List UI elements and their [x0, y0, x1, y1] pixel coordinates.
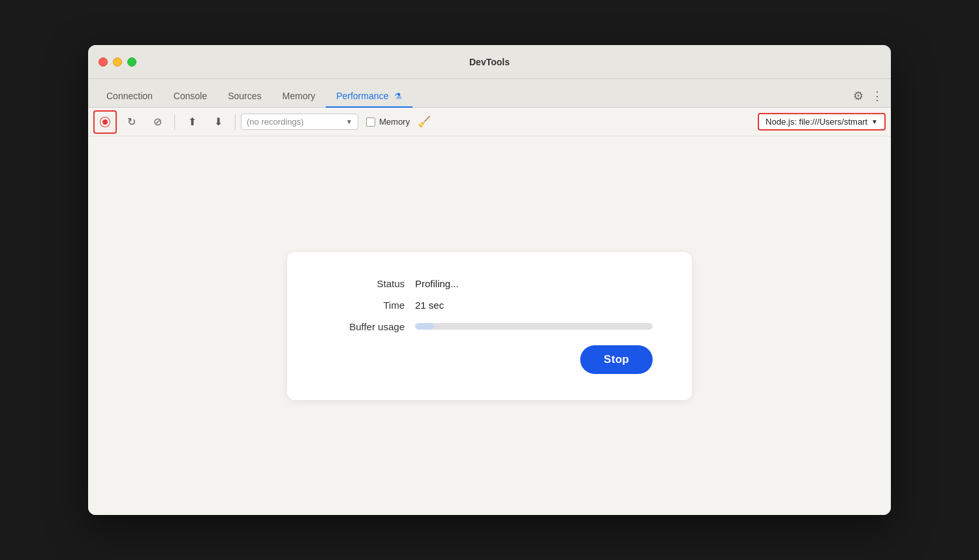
- upload-icon: ⬆: [188, 116, 196, 128]
- close-button[interactable]: [99, 57, 108, 67]
- upload-button[interactable]: ⬆: [180, 110, 204, 134]
- stop-btn-row: Stop: [326, 345, 653, 374]
- traffic-lights: [99, 57, 136, 67]
- minimize-button[interactable]: [113, 57, 122, 67]
- clear-button[interactable]: ⊘: [146, 110, 169, 134]
- main-content: Status Profiling... Time 21 sec Buffer u…: [88, 136, 891, 515]
- node-dropdown-arrow: ▼: [871, 118, 878, 125]
- tabbar: Connection Console Sources Memory Perfor…: [88, 79, 891, 108]
- record-button[interactable]: [93, 110, 117, 134]
- tab-connection[interactable]: Connection: [96, 86, 163, 108]
- record-icon: [101, 117, 110, 127]
- window-title: DevTools: [469, 57, 510, 67]
- recordings-dropdown-arrow: ▼: [346, 118, 352, 125]
- settings-icon[interactable]: ⚙: [853, 89, 863, 103]
- tabbar-actions: ⚙ ⋮: [853, 89, 883, 107]
- stop-button[interactable]: Stop: [580, 345, 653, 374]
- titlebar: DevTools: [88, 45, 891, 79]
- buffer-bar-fill: [415, 323, 434, 330]
- collect-garbage-button[interactable]: 🧹: [412, 110, 436, 134]
- buffer-bar-container: [415, 323, 653, 330]
- download-button[interactable]: ⬇: [206, 110, 230, 134]
- download-icon: ⬇: [214, 116, 223, 128]
- time-label: Time: [326, 300, 405, 311]
- time-value: 21 sec: [415, 300, 444, 311]
- clear-icon: ⊘: [153, 116, 162, 128]
- tab-memory[interactable]: Memory: [272, 86, 326, 108]
- status-card: Status Profiling... Time 21 sec Buffer u…: [287, 252, 692, 400]
- node-label: Node.js: file:///Users/stmart: [766, 117, 867, 127]
- reload-icon: ↻: [127, 116, 136, 128]
- tab-console[interactable]: Console: [163, 86, 217, 108]
- status-label: Status: [326, 278, 405, 289]
- performance-tab-icon: ⚗: [394, 91, 402, 101]
- node-selector[interactable]: Node.js: file:///Users/stmart ▼: [758, 113, 886, 131]
- broom-icon: 🧹: [418, 116, 431, 128]
- toolbar: ↻ ⊘ ⬆ ⬇ (no recordings) ▼ Memory 🧹 Node.…: [88, 108, 891, 136]
- memory-label: Memory: [379, 117, 410, 127]
- time-row: Time 21 sec: [326, 300, 653, 311]
- tab-sources[interactable]: Sources: [217, 86, 272, 108]
- memory-checkbox[interactable]: [366, 117, 375, 127]
- separator-2: [235, 114, 236, 130]
- status-row: Status Profiling...: [326, 278, 653, 289]
- separator-1: [174, 114, 175, 130]
- recordings-dropdown[interactable]: (no recordings) ▼: [241, 114, 358, 130]
- buffer-row: Buffer usage: [326, 321, 653, 332]
- maximize-button[interactable]: [127, 57, 136, 67]
- status-value: Profiling...: [415, 278, 459, 289]
- recordings-label: (no recordings): [247, 117, 303, 127]
- devtools-window: DevTools Connection Console Sources Memo…: [88, 45, 891, 515]
- reload-button[interactable]: ↻: [119, 110, 143, 134]
- tab-performance[interactable]: Performance ⚗: [326, 86, 412, 108]
- more-options-icon[interactable]: ⋮: [871, 89, 883, 103]
- memory-checkbox-area: Memory: [366, 117, 410, 127]
- buffer-label: Buffer usage: [326, 321, 405, 332]
